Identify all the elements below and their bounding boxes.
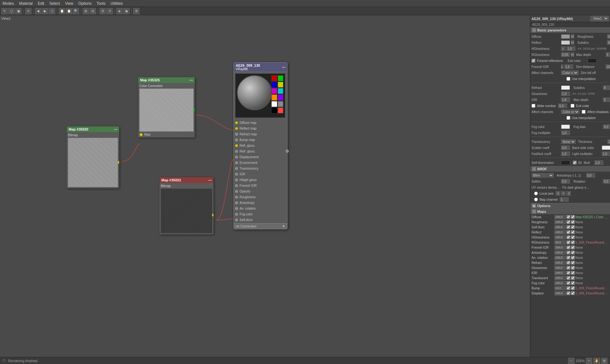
slot-dot-bump[interactable] <box>235 138 238 141</box>
map-check-15[interactable] <box>566 291 570 295</box>
useinterp2-checkbox[interactable] <box>566 116 570 120</box>
slot-dot-reflgloss[interactable] <box>235 144 238 147</box>
mapchannel-input[interactable] <box>560 197 569 202</box>
slot-dot-hilightgloss[interactable] <box>235 179 238 181</box>
menu-options[interactable]: Options <box>76 1 94 6</box>
node-colorCorr-connector-out[interactable] <box>193 108 195 111</box>
rp-view-select[interactable]: View1 <box>590 16 609 21</box>
reflect-swatch[interactable] <box>561 40 570 45</box>
map-check-2[interactable] <box>566 225 570 229</box>
toolbar-btn-2[interactable]: ⬡ <box>8 8 15 14</box>
slot-dot-selfillum[interactable] <box>235 219 238 221</box>
map-value-8[interactable] <box>554 256 566 260</box>
map-check2-8[interactable] <box>571 256 575 260</box>
affectch2-select[interactable]: Color only <box>561 110 580 114</box>
gi-checkbox[interactable] <box>573 161 577 165</box>
diffuse-m-btn[interactable]: M <box>571 34 574 39</box>
menu-edit[interactable]: Edit <box>35 1 47 6</box>
map-value-0[interactable] <box>554 215 566 219</box>
y-btn[interactable]: Y <box>561 191 566 196</box>
affshadow-checkbox[interactable] <box>582 110 586 114</box>
menu-select[interactable]: Select <box>47 1 62 6</box>
map-value-15[interactable] <box>554 291 566 295</box>
hgloss-input[interactable] <box>566 46 575 51</box>
lightmult-input[interactable] <box>602 152 610 156</box>
map-value-7[interactable] <box>554 251 566 255</box>
map-check-10[interactable] <box>566 266 570 270</box>
dimdist-input[interactable] <box>606 64 610 69</box>
map-check2-4[interactable] <box>571 235 575 239</box>
maxdepth-input[interactable] <box>606 52 610 57</box>
maxdepth2-input[interactable] <box>603 98 610 102</box>
slot-dot-translucency[interactable] <box>235 167 238 170</box>
map-check2-6[interactable] <box>571 246 575 249</box>
node-bitmap1-close[interactable]: — <box>114 128 117 131</box>
map-check2-13[interactable] <box>571 281 575 285</box>
map-check2-2[interactable] <box>571 225 575 229</box>
thickness-input[interactable] <box>607 139 610 144</box>
map-check-8[interactable] <box>566 256 570 260</box>
slot-dot-anrotation[interactable] <box>235 207 238 210</box>
reflect-m-btn[interactable]: M <box>571 40 574 45</box>
fogmult-input[interactable] <box>561 131 570 135</box>
map-check-3[interactable] <box>566 230 570 234</box>
soften-input[interactable] <box>561 179 570 184</box>
affectch-select[interactable]: Color only <box>561 71 579 75</box>
node-bitmap2-connector-out[interactable] <box>212 213 214 217</box>
exit-color-swatch[interactable] <box>588 58 597 63</box>
map-check2-9[interactable] <box>571 261 575 265</box>
viewport[interactable]: View1 Map #35020 — Bitmap <box>0 15 530 357</box>
node-colorCorr-close[interactable]: — <box>190 78 193 82</box>
map-check-5[interactable] <box>566 240 570 244</box>
map-value-4[interactable] <box>554 235 566 239</box>
pan-btn[interactable]: ✋ <box>593 358 600 364</box>
slot-connector-refr[interactable] <box>286 150 289 153</box>
section-maps-toggle[interactable]: − <box>532 210 536 213</box>
map-check-13[interactable] <box>566 281 570 285</box>
slot-dot-anisotropy[interactable] <box>235 201 238 204</box>
slot-dot-displacement[interactable] <box>235 156 238 158</box>
map-check-7[interactable] <box>566 251 570 254</box>
map-value-12[interactable] <box>554 276 566 280</box>
rgloss-m-btn[interactable]: M <box>571 52 574 57</box>
toolbar-btn-16[interactable]: ◉ <box>123 8 130 14</box>
abbe-checkbox[interactable] <box>532 104 535 108</box>
section-brdf-toggle[interactable]: − <box>532 167 536 171</box>
gloss-input[interactable] <box>561 91 570 96</box>
menu-tools[interactable]: Tools <box>94 1 108 6</box>
menu-modes[interactable]: Modes <box>0 1 17 6</box>
refract-swatch[interactable] <box>561 85 570 90</box>
brdf-type-select[interactable]: Blinn <box>532 173 554 178</box>
node-colorCorr-connector-in[interactable] <box>139 133 143 136</box>
map-check-1[interactable] <box>566 220 570 224</box>
toolbar-btn-14[interactable]: ↺ <box>106 8 113 14</box>
fresnel-checkbox[interactable] <box>532 59 535 63</box>
map-value-5[interactable] <box>554 240 566 245</box>
slot-dot-roughness[interactable] <box>235 196 238 199</box>
selfillum-swatch[interactable] <box>561 160 570 165</box>
map-check-14[interactable] <box>566 286 570 290</box>
hgloss-l-btn[interactable]: L <box>561 46 566 51</box>
toolbar-btn-11[interactable]: ⊞ <box>83 8 89 14</box>
fresnelior-input[interactable] <box>564 64 573 69</box>
x-btn[interactable]: X <box>556 191 560 196</box>
map-check2-5[interactable] <box>571 240 575 244</box>
map-check-12[interactable] <box>566 276 570 280</box>
map-value-1[interactable] <box>554 220 566 224</box>
map-check2-1[interactable] <box>571 220 575 224</box>
map-check2-12[interactable] <box>571 276 575 280</box>
map-check2-0[interactable] <box>571 215 575 219</box>
map-value-10[interactable] <box>554 266 566 270</box>
map-check-6[interactable] <box>566 246 570 249</box>
fit-btn[interactable]: ⊞ <box>601 358 607 364</box>
node-bitmap1-connector-out[interactable] <box>118 161 119 164</box>
node-bitmap2-close[interactable]: — <box>208 179 212 182</box>
diffuse-swatch[interactable] <box>561 34 570 39</box>
backside-swatch[interactable] <box>602 145 610 150</box>
toolbar-btn-10[interactable]: 🔍 <box>73 8 79 14</box>
toolbar-btn-4[interactable]: ✕ <box>25 8 31 14</box>
map-value-2[interactable] <box>554 225 566 229</box>
abbe-input[interactable] <box>558 104 567 108</box>
mr-connection[interactable]: mr Connection ▼ <box>234 223 287 229</box>
slot-dot-refrgloss[interactable] <box>235 150 238 153</box>
